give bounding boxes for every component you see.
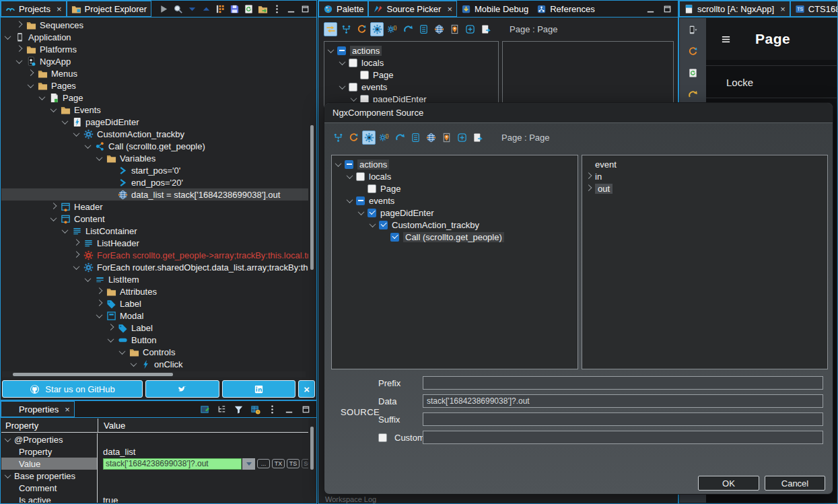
globe-icon[interactable] <box>432 22 446 36</box>
chevron-right-icon[interactable] <box>16 45 23 52</box>
chevron-down-icon[interactable] <box>358 209 365 215</box>
chevron-down-icon[interactable] <box>96 154 103 161</box>
chevron-down-icon[interactable] <box>339 59 346 65</box>
preview-list-item[interactable]: Locke <box>726 77 837 88</box>
transfer-icon[interactable] <box>324 22 337 36</box>
prefix-input[interactable] <box>423 376 823 390</box>
tree-item[interactable]: events <box>324 81 498 93</box>
restore-icon[interactable] <box>298 2 312 16</box>
tab-properties[interactable]: Properties × <box>1 401 75 417</box>
vertical-scrollbar[interactable] <box>310 19 314 369</box>
chevron-down-icon[interactable] <box>108 336 114 343</box>
property-row[interactable]: Is activetrue <box>1 494 308 503</box>
tab-projects[interactable]: Projects × <box>1 1 67 17</box>
sync-doc-icon[interactable] <box>242 2 255 16</box>
checkbox[interactable] <box>349 83 357 92</box>
export-icon[interactable] <box>256 2 269 16</box>
minimize-icon[interactable] <box>643 2 657 16</box>
checkbox[interactable] <box>349 59 357 67</box>
tree-item[interactable]: Events <box>1 104 308 116</box>
restore-icon[interactable] <box>660 2 674 16</box>
pin-doc-icon[interactable] <box>440 131 453 145</box>
tree-item[interactable]: Pages <box>1 79 308 92</box>
chevron-down-icon[interactable] <box>85 142 92 149</box>
checkbox[interactable] <box>356 196 365 205</box>
tree-item[interactable]: Application <box>1 31 308 43</box>
ok-button[interactable]: OK <box>698 476 759 491</box>
tab-references[interactable]: References <box>532 1 598 17</box>
chevron-down-icon[interactable] <box>328 46 335 53</box>
find-up-icon[interactable] <box>199 2 213 16</box>
hamburger-menu-icon[interactable] <box>721 34 731 44</box>
tab-scrollto[interactable]: scrollto [A: NgxApp] × <box>679 1 790 17</box>
menu-dots-icon[interactable] <box>270 2 283 16</box>
chevron-down-icon[interactable] <box>119 348 126 355</box>
tab-palette[interactable]: Palette <box>318 1 368 17</box>
editor-button-ts[interactable]: TS <box>287 459 300 468</box>
checkbox[interactable] <box>345 160 353 169</box>
tree-item[interactable]: Call (scrollto.get_people) <box>1 140 308 152</box>
tree-item[interactable]: Header <box>1 201 308 213</box>
event-list-item[interactable]: out <box>582 182 827 194</box>
chevron-down-icon[interactable] <box>5 472 11 478</box>
chevron-down-icon[interactable] <box>5 33 11 40</box>
checkbox[interactable] <box>368 184 376 193</box>
save-icon[interactable] <box>228 2 241 16</box>
chevron-right-icon[interactable] <box>586 184 592 191</box>
tree-item[interactable]: Attributes <box>1 285 308 297</box>
event-list-item[interactable]: in <box>582 170 827 182</box>
tree-item[interactable]: Label <box>1 297 308 310</box>
chevron-down-icon[interactable] <box>62 118 69 124</box>
chevron-down-icon[interactable] <box>131 360 137 367</box>
plus-box-icon[interactable] <box>455 131 468 145</box>
tree-item[interactable]: Page <box>324 69 498 81</box>
data-input[interactable] <box>423 394 823 408</box>
twitter-button[interactable] <box>145 380 219 398</box>
gear-braces-icon[interactable]: {} <box>378 131 391 145</box>
tree-item[interactable]: Controls <box>1 346 308 358</box>
tree-item[interactable]: Sequences <box>1 19 308 31</box>
custom-checkbox[interactable] <box>378 433 387 442</box>
editor-button-ellipsis[interactable]: ... <box>257 459 270 468</box>
close-icon[interactable]: × <box>780 5 785 13</box>
tree-item[interactable]: ForEach scrollto.get_people->array;track… <box>1 249 308 261</box>
checkbox[interactable] <box>379 221 388 229</box>
tree-view-icon[interactable] <box>215 402 228 417</box>
chevron-down-icon[interactable] <box>96 312 103 318</box>
checkbox[interactable] <box>337 46 346 55</box>
chevron-down-icon[interactable] <box>50 215 57 221</box>
chevron-right-icon[interactable] <box>108 324 114 330</box>
chevron-down-icon[interactable] <box>347 196 353 203</box>
sync-icon[interactable] <box>347 131 360 145</box>
tree-item[interactable]: ForEach router.sharedObject.data_list.ar… <box>1 261 308 273</box>
chevron-down-icon[interactable] <box>73 130 80 137</box>
chevron-right-icon[interactable] <box>73 239 80 246</box>
chevron-down-icon[interactable] <box>62 227 69 233</box>
tree-item[interactable]: end_pos='20' <box>1 176 308 188</box>
gear-braces-icon[interactable]: {} <box>386 22 399 36</box>
branch-icon[interactable] <box>331 131 345 145</box>
chevron-down-icon[interactable] <box>28 81 34 88</box>
tree-item[interactable]: data_list = stack['1684238699038'].out <box>1 188 308 201</box>
tree-item[interactable]: Call (scrollto.get_people) <box>332 231 578 243</box>
chevron-right-icon[interactable] <box>50 203 57 209</box>
property-row[interactable]: @Properties <box>1 433 308 445</box>
tree-item[interactable]: ListHeader <box>1 237 308 249</box>
chevron-right-icon[interactable] <box>96 299 103 306</box>
tree-item[interactable]: actions <box>332 158 578 170</box>
tab-project-explorer[interactable]: Project Explorer <box>67 1 151 17</box>
tree-item[interactable]: Content <box>1 213 308 225</box>
redo-icon[interactable] <box>393 131 407 145</box>
tree-item[interactable]: ListItem <box>1 273 308 285</box>
tree-item[interactable]: Platforms <box>1 43 308 55</box>
redo-icon[interactable] <box>401 22 415 36</box>
chevron-down-icon[interactable] <box>50 106 57 112</box>
minimize-icon[interactable] <box>284 2 298 16</box>
github-star-button[interactable]: Star us on GitHub <box>2 380 143 398</box>
doc-lines-icon[interactable] <box>417 22 430 36</box>
chevron-down-icon[interactable] <box>5 435 11 442</box>
scrollbar-thumb[interactable] <box>310 427 314 470</box>
tree-item[interactable]: CustomAction_trackby <box>332 219 578 231</box>
vertical-scrollbar[interactable] <box>310 421 314 501</box>
minimize-icon[interactable] <box>282 402 295 417</box>
